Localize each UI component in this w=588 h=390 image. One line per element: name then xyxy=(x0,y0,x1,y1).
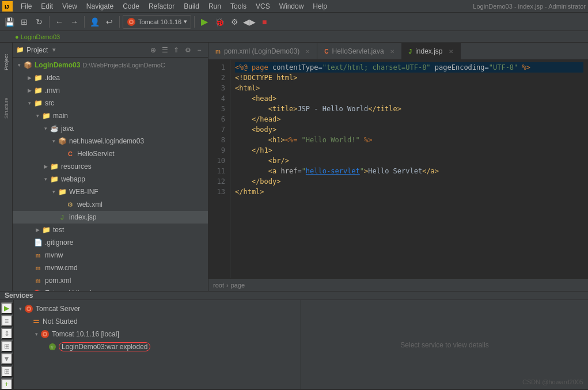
toolbar-save-all-btn[interactable]: ⊞ xyxy=(17,15,31,29)
services-tomcat-label: Tomcat Server xyxy=(36,305,80,313)
menu-navigate[interactable]: Navigate xyxy=(82,1,118,12)
menu-run[interactable]: Run xyxy=(204,1,226,12)
breadcrumb-page[interactable]: page xyxy=(231,282,245,289)
tree-mvn[interactable]: ▶ 📁 .mvn xyxy=(13,84,208,97)
menu-code[interactable]: Code xyxy=(118,1,144,12)
tree-main[interactable]: ▾ 📁 main xyxy=(13,109,208,122)
svg-point-12 xyxy=(44,333,46,335)
project-collapse-btn[interactable]: ☰ xyxy=(160,45,170,55)
toolbar-user-btn[interactable]: 👤 xyxy=(88,15,101,29)
services-run-btn[interactable]: ▶ xyxy=(1,302,13,314)
tree-idea-icon: 📁 xyxy=(33,73,43,82)
code-span: </a> xyxy=(422,167,439,175)
tree-webinf[interactable]: ▾ 📁 WEB-INF xyxy=(13,185,208,198)
tree-pomxml[interactable]: ▶ m pom.xml xyxy=(13,274,208,287)
services-group-btn[interactable]: ⊞ xyxy=(1,340,13,352)
services-toolbar: ▶ ≡ ⇕ ⊞ ▼ ⊞ + xyxy=(0,300,14,389)
tab-indexjsp[interactable]: J index.jsp ✕ xyxy=(402,43,461,59)
project-settings-btn[interactable]: ⚙ xyxy=(183,45,193,55)
tree-mvnwcmd[interactable]: ▶ m mvnw.cmd xyxy=(13,262,208,274)
tree-helloservlet[interactable]: ▶ C HelloServlet xyxy=(13,147,208,160)
menu-tools[interactable]: Tools xyxy=(226,1,251,12)
services-sort-btn[interactable]: ⇕ xyxy=(1,328,13,339)
services-title: Services xyxy=(5,291,33,300)
tree-helloservlet-label: HelloServlet xyxy=(77,150,115,158)
tree-idea[interactable]: ▶ 📁 .idea xyxy=(13,71,208,84)
project-name-header: ● LoginDemo03 xyxy=(15,33,60,40)
services-tomcat-local[interactable]: ▾ Tomcat 10.1.16 [local] xyxy=(14,328,301,340)
tree-java[interactable]: ▾ ☕ java xyxy=(13,122,208,135)
services-filter-btn[interactable]: ▼ xyxy=(1,353,13,365)
menu-vcs[interactable]: VCS xyxy=(251,1,275,12)
services-not-started[interactable]: ▶ Not Started xyxy=(14,315,301,328)
run-btn[interactable]: ▶ xyxy=(198,15,211,29)
svg-text:IJ: IJ xyxy=(5,4,9,10)
breadcrumb: root › page xyxy=(208,278,588,291)
tree-test[interactable]: ▶ 📁 test xyxy=(13,224,208,236)
toolbar-sync-btn[interactable]: ↻ xyxy=(32,15,46,29)
tree-src-label: src xyxy=(45,99,54,107)
war-artifact-icon: ☆ xyxy=(48,343,56,351)
tree-gitignore[interactable]: ▶ 📄 .gitignore xyxy=(13,236,208,249)
menu-help[interactable]: Help xyxy=(308,1,332,12)
tree-extlibs[interactable]: ▶ 📚 External Libraries xyxy=(13,287,208,291)
code-span: pageEncoding xyxy=(431,63,485,71)
tree-webapp[interactable]: ▾ 📁 webapp xyxy=(13,173,208,185)
tree-webapp-arrow: ▾ xyxy=(41,175,50,183)
services-list-btn[interactable]: ≡ xyxy=(1,315,13,327)
sidebar-structure-tab[interactable]: Structure xyxy=(1,91,12,126)
code-line-6: </head> xyxy=(235,114,583,124)
tab-helloservlet[interactable]: C HelloServlet.java ✕ xyxy=(317,43,401,59)
tree-webxml[interactable]: ▶ ⚙ web.xml xyxy=(13,198,208,211)
tab-indexjsp-close[interactable]: ✕ xyxy=(449,48,453,55)
code-span: "hello-servlet" xyxy=(302,167,364,175)
code-editor[interactable]: 1 2 3 4 5 6 7 8 9 10 11 12 13 <%@ page c… xyxy=(208,60,588,278)
tree-gitignore-icon: 📄 xyxy=(33,238,43,247)
tree-indexjsp[interactable]: ▶ J index.jsp xyxy=(13,211,208,224)
tree-resources[interactable]: ▶ 📁 resources xyxy=(13,160,208,173)
services-pin-btn[interactable]: ⊞ xyxy=(1,366,13,377)
tree-mvnw[interactable]: ▶ m mvnw xyxy=(13,249,208,262)
menu-window[interactable]: Window xyxy=(275,1,309,12)
tree-package[interactable]: ▾ 📦 net.huawei.logindemo03 xyxy=(13,135,208,147)
toolbar-arrow-btn[interactable]: ↩ xyxy=(103,15,116,29)
project-expand-btn[interactable]: ⇑ xyxy=(171,45,181,55)
code-span: = xyxy=(485,63,489,71)
editor-tabs: m pom.xml (LoginDemo03) ✕ C HelloServlet… xyxy=(208,43,588,60)
tree-src[interactable]: ▾ 📁 src xyxy=(13,97,208,109)
tree-mvn-label: .mvn xyxy=(45,86,60,94)
tab-indexjsp-label: index.jsp xyxy=(415,47,442,55)
tree-webxml-icon: ⚙ xyxy=(66,200,75,209)
toolbar-back-btn[interactable]: ← xyxy=(52,15,66,29)
tree-java-label: java xyxy=(61,124,74,132)
line-num-5: 5 xyxy=(208,104,230,114)
menu-view[interactable]: View xyxy=(58,1,82,12)
tab-pomxml[interactable]: m pom.xml (LoginDemo03) ✕ xyxy=(208,43,317,59)
profile-btn[interactable]: ◀▶ xyxy=(242,15,256,29)
debug-btn[interactable]: 🐞 xyxy=(213,15,226,29)
project-locate-btn[interactable]: ⊕ xyxy=(148,45,158,55)
menu-edit[interactable]: Edit xyxy=(36,1,58,12)
toolbar-forward-btn[interactable]: → xyxy=(67,15,81,29)
services-war-exploded[interactable]: ▶ ☆ LoginDemo03:war exploded xyxy=(14,340,301,353)
coverage-btn[interactable]: ⚙ xyxy=(227,15,241,29)
sidebar-project-tab[interactable]: Project xyxy=(1,45,12,79)
not-started-icon xyxy=(32,317,40,325)
code-content[interactable]: <%@ page contentType="text/html; charset… xyxy=(230,60,588,278)
project-close-btn[interactable]: − xyxy=(194,45,204,55)
tree-root[interactable]: ▾ 📦 LoginDemo03 D:\WebProjects\LoginDemo… xyxy=(13,59,208,71)
services-add-btn[interactable]: + xyxy=(1,378,13,389)
stop-btn[interactable]: ■ xyxy=(257,15,271,29)
code-line-1: <%@ page contentType="text/html; charset… xyxy=(235,62,583,73)
menu-refactor[interactable]: Refactor xyxy=(144,1,179,12)
menu-file[interactable]: File xyxy=(16,1,36,12)
breadcrumb-sep: › xyxy=(226,282,229,289)
menu-build[interactable]: Build xyxy=(179,1,204,12)
breadcrumb-root[interactable]: root xyxy=(213,282,224,289)
tab-helloservlet-close[interactable]: ✕ xyxy=(390,48,394,55)
tab-pomxml-close[interactable]: ✕ xyxy=(305,48,310,55)
services-content: ▶ ≡ ⇕ ⊞ ▼ ⊞ + ▾ Tomcat Server ▶ xyxy=(0,300,588,389)
services-tomcat-server[interactable]: ▾ Tomcat Server xyxy=(14,302,301,315)
toolbar-save-btn[interactable]: 💾 xyxy=(2,15,16,29)
tomcat-dropdown[interactable]: Tomcat 10.1.16 ▾ xyxy=(123,15,191,29)
